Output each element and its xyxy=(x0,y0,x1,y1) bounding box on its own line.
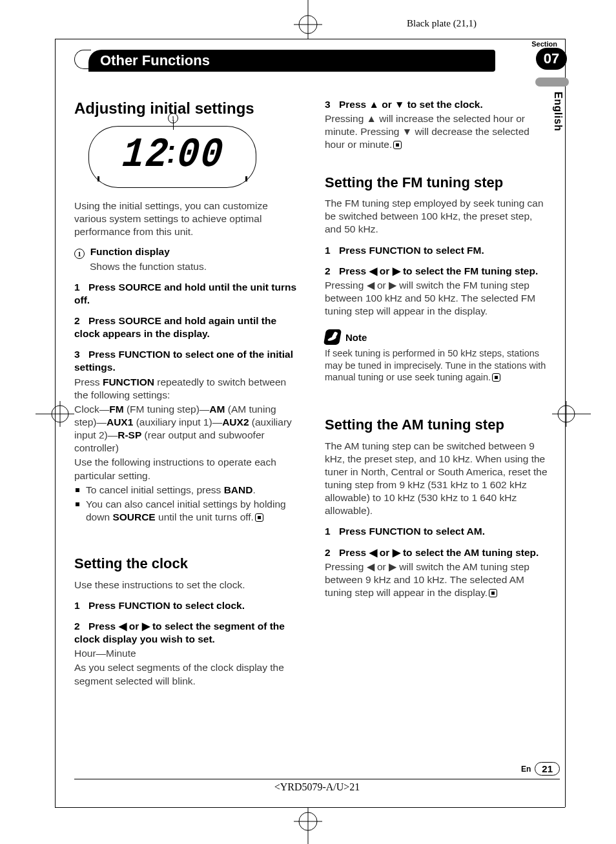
note-text: If seek tuning is performed in 50 kHz st… xyxy=(325,347,551,384)
func-num: 1 xyxy=(74,249,85,259)
black-plate-label: Black plate (21,1) xyxy=(407,18,477,29)
fm-step-2-p: Pressing ◀ or ▶ will switch the FM tunin… xyxy=(325,279,551,318)
right-column: 3Press ▲ or ▼ to set the clock. Pressing… xyxy=(325,98,551,689)
language-tab xyxy=(535,77,569,87)
clock-step-2-p1: Hour—Minute xyxy=(74,647,300,660)
lcd-m2: 0 xyxy=(199,134,223,176)
clock-intro: Use these instructions to set the clock. xyxy=(74,579,300,592)
step-3-p2: Use the following instructions to operat… xyxy=(74,456,300,482)
section-number-badge: 07 xyxy=(536,48,567,70)
am-step-2-p: Pressing ◀ or ▶ will switch the AM tunin… xyxy=(325,561,551,599)
am-step-1: 1Press FUNCTION to select AM. xyxy=(325,525,551,538)
am-intro: The AM tuning step can be switched betwe… xyxy=(325,440,551,518)
heading-fm-step: Setting the FM tuning step xyxy=(325,174,551,192)
intro-text: Using the initial settings, you can cust… xyxy=(74,200,300,238)
lcd-illustration: 1 1 2 0 0 xyxy=(88,126,256,188)
lcd-h1: 1 xyxy=(121,134,145,176)
lcd-colon xyxy=(169,137,175,173)
clock-step-1: 1Press FUNCTION to select clock. xyxy=(74,599,300,612)
bullet-1: To cancel initial settings, press BAND. xyxy=(74,484,300,497)
clock-step-3: 3Press ▲ or ▼ to set the clock. xyxy=(325,98,551,111)
page-footer: En 21 <YRD5079-A/U>21 xyxy=(74,775,560,779)
chapter-title: Other Functions xyxy=(88,50,495,72)
clock-step-2: 2Press ◀ or ▶ to select the segment of t… xyxy=(74,620,300,646)
section-end-icon xyxy=(489,589,497,597)
footer-code: <YRD5079-A/U>21 xyxy=(274,781,360,793)
section-end-icon xyxy=(255,513,263,522)
function-display-label: 1 Function display xyxy=(74,245,300,259)
note-label: Note xyxy=(345,331,367,344)
footer-page-number: 21 xyxy=(535,762,560,776)
section-end-icon xyxy=(492,373,500,382)
lcd-m1: 0 xyxy=(176,134,200,176)
language-label: English xyxy=(552,92,564,131)
heading-adjusting: Adjusting initial settings xyxy=(74,98,300,118)
fm-step-1: 1Press FUNCTION to select FM. xyxy=(325,244,551,257)
left-column: Adjusting initial settings 1 1 2 0 0 Usi… xyxy=(74,98,300,689)
step-3: 3Press FUNCTION to select one of the ini… xyxy=(74,348,300,374)
page-content: Other Functions Section 07 English Adjus… xyxy=(74,46,565,689)
register-mark-left xyxy=(36,396,74,432)
bullet-2: You can also cancel initial settings by … xyxy=(74,498,300,524)
section-end-icon xyxy=(393,141,402,149)
bullet-icon xyxy=(76,502,79,506)
section-header: Other Functions Section 07 English xyxy=(74,46,565,72)
register-mark-bottom xyxy=(278,807,338,844)
func-desc: Shows the function status. xyxy=(90,260,300,273)
clock-step-3-p: Pressing ▲ will increase the selected ho… xyxy=(325,112,551,151)
section-label: Section xyxy=(531,40,557,48)
fm-intro: The FM tuning step employed by seek tuni… xyxy=(325,197,551,236)
step-1: 1Press SOURCE and hold until the unit tu… xyxy=(74,281,300,307)
clock-step-2-p2: As you select segments of the clock disp… xyxy=(74,661,300,687)
am-step-2: 2Press ◀ or ▶ to select the AM tuning st… xyxy=(325,546,551,559)
note-header: Note xyxy=(325,329,551,345)
heading-am-step: Setting the AM tuning step xyxy=(325,416,551,435)
step-2: 2Press SOURCE and hold again until the c… xyxy=(74,314,300,340)
footer-lang: En xyxy=(521,765,531,774)
func-label-text: Function display xyxy=(90,246,170,257)
heading-setting-clock: Setting the clock xyxy=(74,555,300,573)
step-3-p1: Press FUNCTION repeatedly to switch betw… xyxy=(74,376,300,402)
register-mark-top xyxy=(278,0,338,39)
note-icon xyxy=(323,329,342,345)
lcd-h2: 2 xyxy=(144,134,168,176)
fm-step-2: 2Press ◀ or ▶ to select the FM tuning st… xyxy=(325,265,551,278)
lcd-time: 1 2 0 0 xyxy=(123,137,221,173)
step-3-list: Clock—FM (FM tuning step)—AM (AM tuning … xyxy=(74,403,300,455)
bullet-icon xyxy=(76,488,79,492)
